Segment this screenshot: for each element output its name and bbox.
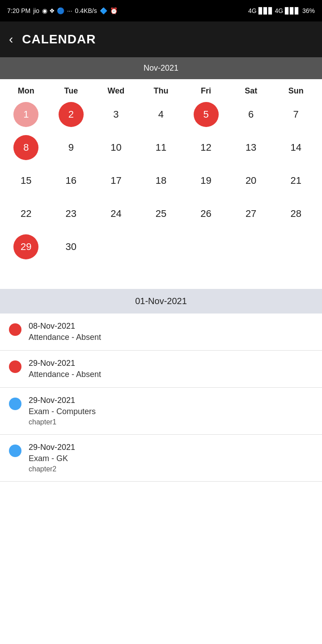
event-item-0[interactable]: 08-Nov-2021Attendance - Absent <box>0 314 322 351</box>
day-cell-22[interactable]: 22 <box>4 199 49 229</box>
day-number-19: 19 <box>194 168 219 193</box>
event-sub-2: chapter1 <box>29 418 96 426</box>
day-cell-19[interactable]: 19 <box>183 165 229 196</box>
day-number-3: 3 <box>103 102 128 127</box>
day-cell-6[interactable]: 6 <box>229 99 274 130</box>
event-dot-1 <box>9 360 21 373</box>
day-cell-3[interactable]: 3 <box>93 99 139 130</box>
day-number-30: 30 <box>59 234 84 259</box>
day-cell-20[interactable]: 20 <box>229 165 274 196</box>
day-cell-16[interactable]: 16 <box>49 165 94 196</box>
event-dot-0 <box>9 323 21 336</box>
day-number-29: 29 <box>13 234 38 259</box>
signal-bars: 4G ▊▊▊ 4G ▊▊▊ <box>248 7 300 14</box>
calendar-grid: Mon Tue Wed Thu Fri Sat Sun 123456789101… <box>0 79 322 271</box>
day-cell-13[interactable]: 13 <box>229 132 274 163</box>
event-title-3: Exam - GK <box>29 454 75 463</box>
day-cell-28[interactable]: 28 <box>273 199 318 229</box>
day-number-5: 5 <box>194 102 219 127</box>
event-title-1: Attendance - Absent <box>29 370 101 379</box>
day-name-mon: Mon <box>4 86 49 96</box>
day-cell-2[interactable]: 2 <box>49 99 94 130</box>
month-label: Nov-2021 <box>144 64 178 72</box>
day-name-wed: Wed <box>93 86 139 96</box>
status-right: 4G ▊▊▊ 4G ▊▊▊ 36% <box>248 7 315 14</box>
event-content-1: 29-Nov-2021Attendance - Absent <box>29 359 101 379</box>
day-cell-17[interactable]: 17 <box>93 165 139 196</box>
day-cell-7[interactable]: 7 <box>273 99 318 130</box>
spacer <box>0 271 322 280</box>
day-names-row: Mon Tue Wed Thu Fri Sat Sun <box>4 79 318 99</box>
day-cell-29[interactable]: 29 <box>4 232 49 262</box>
bluetooth-icon: 🔷 <box>100 7 107 14</box>
day-number-13: 13 <box>238 135 263 160</box>
day-cell-15[interactable]: 15 <box>4 165 49 196</box>
day-cell-23[interactable]: 23 <box>49 199 94 229</box>
event-title-2: Exam - Computers <box>29 407 96 416</box>
back-button[interactable]: ‹ <box>9 33 13 46</box>
day-number-10: 10 <box>103 135 128 160</box>
day-number-27: 27 <box>238 201 263 226</box>
day-number-12: 12 <box>194 135 219 160</box>
battery: 36% <box>302 7 315 14</box>
event-item-1[interactable]: 29-Nov-2021Attendance - Absent <box>0 351 322 388</box>
day-cell-5[interactable]: 5 <box>183 99 229 130</box>
day-number-9: 9 <box>59 135 84 160</box>
day-number-26: 26 <box>194 201 219 226</box>
day-cell-12[interactable]: 12 <box>183 132 229 163</box>
status-left: 7:20 PM jio ◉ ❖ 🔵 ··· 0.4KB/s 🔷 ⏰ <box>7 7 118 14</box>
day-number-18: 18 <box>148 168 174 193</box>
event-content-0: 08-Nov-2021Attendance - Absent <box>29 322 101 342</box>
dots-icon: ··· <box>67 7 72 14</box>
day-cell-30[interactable]: 30 <box>49 232 94 262</box>
day-number-25: 25 <box>148 201 174 226</box>
day-number-2: 2 <box>59 102 84 127</box>
day-name-fri: Fri <box>183 86 229 96</box>
event-date-3: 29-Nov-2021 <box>29 443 75 452</box>
alarm-icon: ⏰ <box>110 7 118 14</box>
day-cell-26[interactable]: 26 <box>183 199 229 229</box>
page-title: CALENDAR <box>22 32 96 47</box>
event-item-2[interactable]: 29-Nov-2021Exam - Computerschapter1 <box>0 388 322 435</box>
day-number-8: 8 <box>13 135 38 160</box>
app-header: ‹ CALENDAR <box>0 21 322 57</box>
days-grid: 1234567891011121314151617181920212223242… <box>4 99 318 262</box>
day-cell-8[interactable]: 8 <box>4 132 49 163</box>
day-name-thu: Thu <box>139 86 184 96</box>
day-number-17: 17 <box>103 168 128 193</box>
day-cell-9[interactable]: 9 <box>49 132 94 163</box>
event-dot-3 <box>9 445 21 457</box>
day-cell-27[interactable]: 27 <box>229 199 274 229</box>
day-number-20: 20 <box>238 168 263 193</box>
day-cell-24[interactable]: 24 <box>93 199 139 229</box>
time: 7:20 PM <box>7 7 30 14</box>
day-cell-25[interactable]: 25 <box>139 199 184 229</box>
month-header: Nov-2021 <box>0 57 322 79</box>
events-list: 08-Nov-2021Attendance - Absent29-Nov-202… <box>0 314 322 482</box>
day-number-16: 16 <box>59 168 84 193</box>
event-title-0: Attendance - Absent <box>29 333 101 342</box>
day-number-4: 4 <box>148 102 174 127</box>
day-cell-10[interactable]: 10 <box>93 132 139 163</box>
day-cell-18[interactable]: 18 <box>139 165 184 196</box>
day-cell-11[interactable]: 11 <box>139 132 184 163</box>
day-cell-4[interactable]: 4 <box>139 99 184 130</box>
event-date-1: 29-Nov-2021 <box>29 359 101 368</box>
event-dot-2 <box>9 398 21 410</box>
day-cell-1[interactable]: 1 <box>4 99 49 130</box>
carrier-icon: jio <box>33 7 39 14</box>
day-cell-21[interactable]: 21 <box>273 165 318 196</box>
day-number-6: 6 <box>238 102 263 127</box>
events-header-label: 01-Nov-2021 <box>135 296 187 306</box>
day-number-23: 23 <box>59 201 84 226</box>
day-number-21: 21 <box>284 168 309 193</box>
day-number-14: 14 <box>284 135 309 160</box>
event-item-3[interactable]: 29-Nov-2021Exam - GKchapter2 <box>0 435 322 482</box>
day-name-sat: Sat <box>229 86 274 96</box>
event-content-2: 29-Nov-2021Exam - Computerschapter1 <box>29 396 96 426</box>
day-number-28: 28 <box>284 201 309 226</box>
day-cell-14[interactable]: 14 <box>273 132 318 163</box>
events-header-date: 01-Nov-2021 <box>0 289 322 314</box>
day-number-22: 22 <box>13 201 38 226</box>
event-date-2: 29-Nov-2021 <box>29 396 96 405</box>
